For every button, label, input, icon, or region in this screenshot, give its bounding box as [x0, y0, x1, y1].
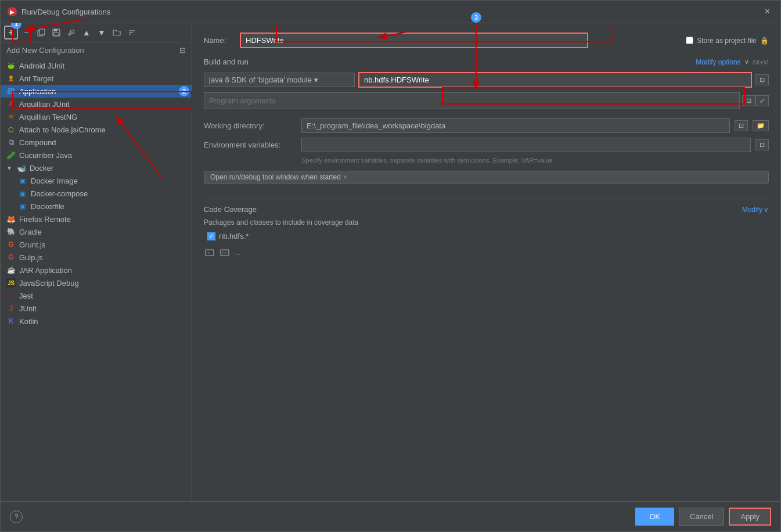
- working-dir-input[interactable]: [301, 118, 730, 133]
- cancel-button[interactable]: Cancel: [679, 508, 724, 526]
- coverage-checkbox[interactable]: ✓: [207, 232, 215, 240]
- ok-button[interactable]: OK: [635, 508, 674, 526]
- jar-icon: ☕: [6, 265, 16, 275]
- tree-item-gradle[interactable]: 🐘 Gradle: [1, 225, 192, 238]
- junit-icon: J: [6, 304, 16, 313]
- env-vars-expand-button[interactable]: ⊡: [755, 139, 769, 150]
- tree-item-docker-compose-label: Docker-compose: [31, 189, 88, 198]
- divider-1: [204, 199, 769, 199]
- tree-item-ant-target[interactable]: Ant Target: [1, 72, 192, 85]
- tree-item-arquillian-testng-label: Arquillian TestNG: [19, 113, 77, 121]
- add-coverage-package-button[interactable]: +: [204, 247, 215, 261]
- tree-item-kotlin[interactable]: K Kotlin: [1, 315, 192, 328]
- tree-item-junit[interactable]: J JUnit: [1, 302, 192, 315]
- folder-button[interactable]: [110, 26, 124, 39]
- ant-icon: [6, 74, 16, 83]
- tree-item-grunt[interactable]: G Grunt.js: [1, 238, 192, 251]
- coverage-modify-label: Modify: [742, 206, 762, 214]
- tree-item-docker[interactable]: ▼ 🐋 Docker: [1, 161, 192, 174]
- open-run-debug-tag[interactable]: Open run/debug tool window when started …: [204, 171, 769, 184]
- add-coverage-class-button[interactable]: C+: [219, 247, 231, 261]
- badge-1: 1: [11, 23, 21, 29]
- close-button[interactable]: ×: [761, 5, 773, 18]
- copy-config-button[interactable]: [34, 26, 48, 39]
- coverage-item-label: nb.hdfs.*: [219, 232, 249, 240]
- apply-button[interactable]: Apply: [729, 508, 771, 526]
- title-bar-left: ▶ Run/Debug Configurations: [8, 7, 110, 16]
- wrench-button[interactable]: [64, 26, 78, 39]
- env-hint: Specify environment variables, separate …: [301, 157, 769, 164]
- tree-item-gulp[interactable]: G Gulp.js: [1, 251, 192, 264]
- modify-options-link[interactable]: Modify options: [696, 58, 740, 66]
- add-new-config-icon: ⊟: [179, 46, 186, 55]
- tree-item-jar-label: JAR Application: [19, 266, 72, 275]
- sdk-label: java 8 SDK of 'bigdata' module: [209, 76, 312, 84]
- tree-item-android-junit[interactable]: Android JUnit: [1, 59, 192, 72]
- working-dir-row: Working directory: ⊡ 📁: [204, 118, 769, 133]
- tree-item-arquillian-testng[interactable]: ✳ Arquillian TestNG: [1, 110, 192, 123]
- tree-item-cucumber-java[interactable]: 🥒 Cucumber Java: [1, 149, 192, 161]
- gradle-icon: 🐘: [6, 227, 16, 236]
- arquillian-junit-icon: A: [6, 99, 16, 109]
- program-args-input[interactable]: [204, 92, 740, 109]
- svg-line-10: [9, 63, 9, 64]
- coverage-item-nb-hdfs: ✓ nb.hdfs.*: [204, 230, 769, 242]
- tree-item-jest-label: Jest: [19, 292, 33, 300]
- sdk-selector[interactable]: java 8 SDK of 'bigdata' module ▾: [204, 73, 355, 87]
- bottom-buttons: OK Cancel Apply: [635, 508, 771, 526]
- sort-button[interactable]: [125, 26, 139, 39]
- firefox-icon: 🦊: [6, 214, 16, 224]
- name-label: Name:: [204, 36, 233, 45]
- android-icon: [6, 61, 16, 70]
- tree-item-javascript-debug[interactable]: JS JavaScript Debug: [1, 276, 192, 289]
- env-vars-input[interactable]: [301, 138, 751, 152]
- name-row: Name: Store as project file 🔒: [204, 33, 769, 48]
- svg-text:+: +: [207, 250, 210, 256]
- store-project-checkbox[interactable]: [686, 37, 693, 44]
- env-vars-row: Environment variables: ⊡: [204, 138, 769, 152]
- arquillian-testng-icon: ✳: [6, 112, 16, 121]
- main-class-input[interactable]: [358, 72, 752, 88]
- tree-item-docker-compose[interactable]: ▣ Docker-compose: [1, 187, 192, 200]
- program-args-fullscreen-button[interactable]: ⤢: [755, 95, 769, 106]
- program-args-expand-button[interactable]: ⊡: [742, 95, 755, 106]
- up-button[interactable]: ▲: [80, 26, 93, 39]
- run-debug-configurations-dialog: ▶ Run/Debug Configurations × 1 + −: [0, 0, 781, 532]
- tree-item-jest[interactable]: ✓ Jest: [1, 289, 192, 302]
- kotlin-icon: K: [6, 317, 16, 326]
- title-bar: ▶ Run/Debug Configurations ×: [1, 1, 780, 23]
- remove-coverage-button[interactable]: −: [234, 247, 241, 261]
- svg-rect-4: [54, 33, 59, 35]
- help-button[interactable]: ?: [10, 511, 23, 523]
- tree-item-application[interactable]: Application 2: [1, 85, 192, 98]
- working-dir-expand-button[interactable]: ⊡: [735, 120, 748, 131]
- down-button[interactable]: ▼: [95, 26, 109, 39]
- sdk-dropdown-arrow: ▾: [314, 76, 318, 84]
- name-input[interactable]: [240, 33, 588, 48]
- code-coverage-title: Code Coverage: [204, 205, 257, 214]
- tree-item-docker-image[interactable]: ▣ Docker Image: [1, 174, 192, 187]
- main-class-expand-button[interactable]: ⊡: [755, 74, 769, 85]
- tree-item-compound[interactable]: ⧉ Compound: [1, 136, 192, 149]
- tree-item-jar-app[interactable]: ☕ JAR Application: [1, 264, 192, 276]
- docker-expand-arrow: ▼: [6, 165, 12, 171]
- svg-rect-16: [8, 89, 14, 94]
- env-vars-label: Environment variables:: [204, 141, 297, 149]
- svg-rect-1: [39, 29, 45, 35]
- tree-item-firefox-remote[interactable]: 🦊 Firefox Remote: [1, 213, 192, 225]
- add-new-config-row: Add New Configuration ⊟: [1, 42, 192, 58]
- save-config-button[interactable]: [49, 26, 63, 39]
- open-run-debug-close-icon[interactable]: ×: [343, 173, 347, 181]
- tree-item-dockerfile[interactable]: ▣ Dockerfile: [1, 200, 192, 213]
- svg-text:C+: C+: [222, 251, 227, 255]
- tree-item-arquillian-junit[interactable]: A Arquillian JUnit: [1, 98, 192, 110]
- modify-options-shortcut: Alt+M: [753, 59, 769, 66]
- working-dir-folder-button[interactable]: 📁: [753, 120, 769, 131]
- tree-item-arquillian-junit-label: Arquillian JUnit: [19, 100, 70, 109]
- docker-image-icon: ▣: [18, 176, 27, 185]
- dockerfile-icon: ▣: [18, 202, 27, 211]
- coverage-modify-row[interactable]: Modify ∨: [742, 206, 769, 214]
- badge-2: 2: [179, 86, 189, 96]
- tree-item-attach-nodejs[interactable]: ⬡ Attach to Node.js/Chrome: [1, 123, 192, 136]
- packages-title: Packages and classes to include in cover…: [204, 218, 769, 227]
